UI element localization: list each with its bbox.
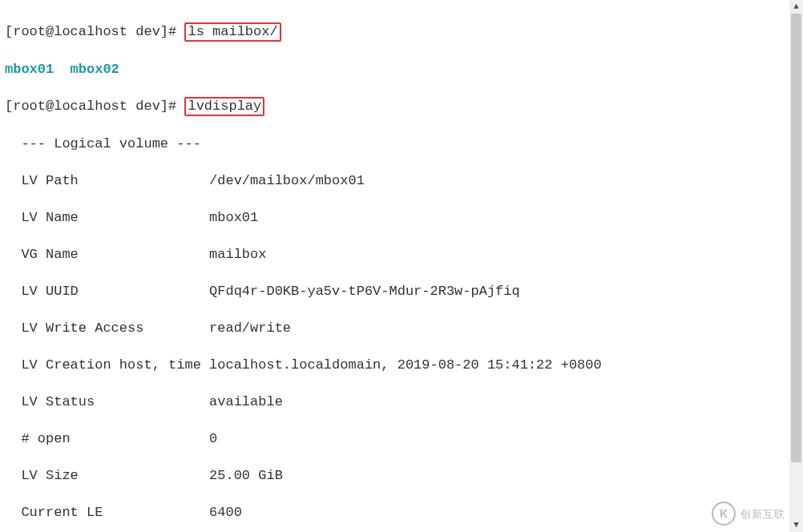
field-value: mbox01	[209, 208, 258, 227]
watermark: K 创新互联	[712, 502, 785, 526]
field-label: Current LE	[5, 503, 209, 522]
scrollbar-down-button[interactable]: ▼	[789, 518, 803, 532]
field-value: localhost.localdomain, 2019-08-20 15:41:…	[209, 356, 602, 374]
field-value: QFdq4r-D0KB-ya5v-tP6V-Mdur-2R3w-pAjfiq	[209, 282, 520, 300]
field-value: available	[209, 393, 283, 411]
field-value: mailbox	[209, 245, 266, 264]
prompt-prefix: [root@localhost dev]#	[5, 24, 184, 39]
watermark-logo-icon: K	[712, 502, 736, 526]
field-label: VG Name	[5, 245, 209, 264]
field-label: LV Creation host, time	[5, 356, 209, 374]
lv1-header: --- Logical volume ---	[5, 135, 798, 153]
field-value: read/write	[209, 319, 291, 337]
prompt-line-1: [root@localhost dev]# ls mailbox/	[5, 22, 798, 42]
terminal-output: [root@localhost dev]# ls mailbox/ mbox01…	[0, 0, 803, 532]
field-label: # open	[5, 429, 209, 448]
lv1-open: # open 0	[5, 429, 798, 448]
command-ls: ls mailbox/	[184, 22, 280, 42]
field-label: LV Name	[5, 208, 209, 227]
field-label: LV Size	[5, 466, 209, 485]
field-label: LV Status	[5, 393, 209, 411]
lv1-vg: VG Name mailbox	[5, 245, 798, 264]
lv1-status: LV Status available	[5, 393, 798, 411]
lv1-creation-time: LV Creation host, time localhost.localdo…	[5, 356, 798, 374]
scrollbar-up-button[interactable]: ▲	[789, 0, 803, 14]
lv1-write-access: LV Write Access read/write	[5, 319, 798, 337]
lv1-current-le: Current LE 6400	[5, 503, 798, 522]
field-label: LV Write Access	[5, 319, 209, 337]
prompt-prefix: [root@localhost dev]#	[5, 99, 184, 114]
field-value: 25.00 GiB	[209, 466, 283, 485]
scrollbar-thumb[interactable]	[791, 14, 801, 462]
lv1-name: LV Name mbox01	[5, 208, 798, 227]
lv1-uuid: LV UUID QFdq4r-D0KB-ya5v-tP6V-Mdur-2R3w-…	[5, 282, 798, 300]
field-value: 6400	[209, 503, 242, 522]
field-value: 0	[209, 429, 217, 448]
lv1-size: LV Size 25.00 GiB	[5, 466, 798, 485]
scrollbar-vertical[interactable]: ▲ ▼	[789, 0, 803, 532]
field-label: LV Path	[5, 171, 209, 190]
field-label: LV UUID	[5, 282, 209, 300]
lv1-path: LV Path /dev/mailbox/mbox01	[5, 171, 798, 190]
watermark-text: 创新互联	[740, 505, 785, 523]
field-value: /dev/mailbox/mbox01	[209, 171, 365, 190]
ls-output: mbox01 mbox02	[5, 60, 798, 79]
prompt-line-2: [root@localhost dev]# lvdisplay	[5, 97, 798, 116]
command-lvdisplay: lvdisplay	[184, 97, 264, 116]
